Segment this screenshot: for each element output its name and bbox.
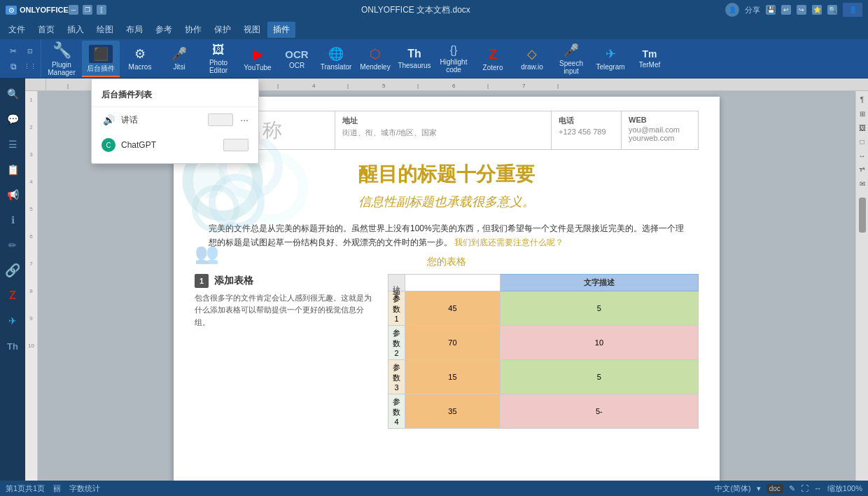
speech-input-btn[interactable]: 🎤 Speech input <box>552 41 590 77</box>
table-row-4-col1: 35 <box>405 394 500 428</box>
left-list-icon[interactable]: 📋 <box>3 160 22 179</box>
background-plugin-btn[interactable]: ⬛ 后台插件 <box>82 41 120 77</box>
menu-reference[interactable]: 参考 <box>150 22 178 38</box>
menu-layout[interactable]: 布局 <box>120 22 148 38</box>
save-btn[interactable]: 💾 <box>766 5 776 15</box>
left-zotero-icon[interactable]: Z <box>3 286 22 305</box>
indent-icon[interactable]: ⋮⋮ <box>22 60 38 74</box>
left-link-icon[interactable]: 🔗 <box>3 261 22 280</box>
mail-icon[interactable]: ✉ <box>857 178 868 189</box>
left-th-icon[interactable]: Th <box>3 336 22 356</box>
left-pen-icon[interactable]: ✏ <box>3 235 22 255</box>
content-columns: 1 添加表格 包含很多字的文件肯定会让人感到很无趣。这就是为什么添加表格可以帮助… <box>195 274 699 429</box>
fullscreen-icon[interactable]: ⛶ <box>801 484 808 492</box>
format-brush-icon[interactable]: ⊡ <box>22 44 38 58</box>
background-plugins-popup: 后台插件列表 🔊 讲话 ··· C ChatGPT <box>91 78 259 164</box>
fit-width-icon[interactable]: ↔ <box>814 484 822 492</box>
left-search-icon[interactable]: 🔍 <box>3 84 22 104</box>
table-empty-header <box>405 274 500 291</box>
image-icon[interactable]: 🖼 <box>857 122 868 133</box>
history-btn[interactable]: ↩ <box>781 5 791 15</box>
macros-btn[interactable]: ⚙ Macros <box>121 41 159 77</box>
edit-mode-icon[interactable]: ✎ <box>789 484 795 493</box>
table-row-2-label: 参数2 <box>388 325 405 359</box>
highlight-code-label: Highlight code <box>440 58 468 74</box>
table-row-4-col2: 5- <box>500 394 698 428</box>
highlight-code-btn[interactable]: {} Highlight code <box>435 41 472 77</box>
minimize-btn[interactable]: ─ <box>69 5 78 15</box>
row-label-text: 让 描 字 文 <box>391 279 402 285</box>
app-logo: ⊙ ONLYOFFICE <box>6 6 69 15</box>
title-bar: ⊙ ONLYOFFICE ─ ❐ ⟦ ONLYOFFICE 文本文档.docx … <box>0 0 868 20</box>
maximize-btn[interactable]: ⟦ <box>97 5 106 15</box>
menu-protect[interactable]: 保护 <box>209 22 237 38</box>
scroll-thumb[interactable] <box>859 198 866 233</box>
thesaurus-btn[interactable]: Th Thesaurus <box>396 41 433 77</box>
chatgpt-toggle[interactable] <box>223 139 248 151</box>
profile-icon[interactable]: 👤 <box>843 3 862 17</box>
thesaurus-icon: Th <box>407 48 421 60</box>
macros-label: Macros <box>129 63 152 71</box>
row-label-header: 让 描 字 文 <box>388 274 405 291</box>
ocr-label: OCR <box>289 62 304 69</box>
menu-plugin[interactable]: 插件 <box>267 22 295 38</box>
translator-btn[interactable]: 🌐 Translator <box>317 41 355 77</box>
youtube-btn[interactable]: ▶ YouTube <box>239 41 276 77</box>
mendeley-icon: ⬡ <box>370 46 381 62</box>
people-icon: 👥 <box>195 242 219 265</box>
settings-btn[interactable]: ⭐ <box>812 5 822 15</box>
shape-icon[interactable]: □ <box>857 136 868 147</box>
word-count[interactable]: 字数统计 <box>69 483 100 494</box>
lang-dropdown-icon[interactable]: ▾ <box>757 484 761 493</box>
left-telegram-icon[interactable]: ✈ <box>3 311 22 331</box>
table-row-1: 参数 1 45 5 <box>388 291 699 325</box>
copy-icon[interactable]: ⧉ <box>6 60 21 74</box>
telegram-icon: ✈ <box>606 46 616 62</box>
left-speaker-icon[interactable]: 📢 <box>3 185 22 205</box>
text-format-icon[interactable]: Tᴬ <box>857 164 868 175</box>
ocr-btn[interactable]: OCR OCR <box>278 41 316 77</box>
speech-toggle[interactable] <box>208 113 233 126</box>
left-nav-icon[interactable]: ☰ <box>3 135 22 154</box>
zoom-level[interactable]: 缩放100% <box>827 483 862 494</box>
restore-btn[interactable]: ❐ <box>83 5 92 15</box>
plugin-manager-label: Plugin Manager <box>48 61 75 76</box>
telegram-label: Telegram <box>596 63 624 71</box>
table-icon[interactable]: ⊞ <box>857 108 868 119</box>
jitsi-btn[interactable]: 🎤 Jitsi <box>160 41 198 77</box>
left-info-icon[interactable]: ℹ <box>3 210 22 230</box>
user-avatar[interactable]: 👤 <box>725 3 739 17</box>
menu-home[interactable]: 首页 <box>32 22 60 38</box>
drawio-btn[interactable]: ◇ draw.io <box>513 41 551 77</box>
menu-draw[interactable]: 绘图 <box>91 22 119 38</box>
mendeley-btn[interactable]: ⬡ Mendeley <box>356 41 394 77</box>
doc-title: ONLYOFFICE 文本文档.docx <box>162 4 669 16</box>
left-comment-icon[interactable]: 💬 <box>3 109 22 129</box>
section-title: 添加表格 <box>214 275 253 287</box>
zotero-btn[interactable]: Z Zotero <box>474 41 512 77</box>
plugin-manager-btn[interactable]: 🔧 Plugin Manager <box>43 41 80 77</box>
speech-input-label: Speech input <box>559 60 583 75</box>
web-url: yourweb.com <box>629 134 691 142</box>
speech-more-btn[interactable]: ··· <box>240 114 248 125</box>
search-btn[interactable]: 🔍 <box>827 5 837 15</box>
cut-icon[interactable]: ✂ <box>6 44 21 58</box>
language-selector[interactable]: 中文(简体) <box>715 483 750 494</box>
telegram-btn[interactable]: ✈ Telegram <box>592 41 629 77</box>
phone-label: 电话 <box>559 116 614 126</box>
termef-btn[interactable]: Tm TerMef <box>631 41 668 77</box>
vertical-scroll[interactable] <box>859 192 866 478</box>
redo-btn[interactable]: ↪ <box>797 5 806 15</box>
window-controls: 👤 分享 💾 ↩ ↪ ⭐ 🔍 👤 <box>725 3 862 17</box>
menu-file[interactable]: 文件 <box>3 22 31 38</box>
photo-editor-icon: 🖼 <box>212 43 225 57</box>
menu-insert[interactable]: 插入 <box>62 22 90 38</box>
jitsi-icon: 🎤 <box>172 46 187 62</box>
menu-view[interactable]: 视图 <box>238 22 266 38</box>
photo-editor-btn[interactable]: 🖼 Photo Editor <box>200 41 237 77</box>
paragraph-mark-icon[interactable]: ¶ <box>857 94 868 105</box>
popup-item-chatgpt-left: C ChatGPT <box>102 138 156 152</box>
resize-icon[interactable]: ↔ <box>857 150 868 161</box>
share-btn[interactable]: 分享 <box>745 5 760 15</box>
menu-collaborate[interactable]: 协作 <box>179 22 207 38</box>
